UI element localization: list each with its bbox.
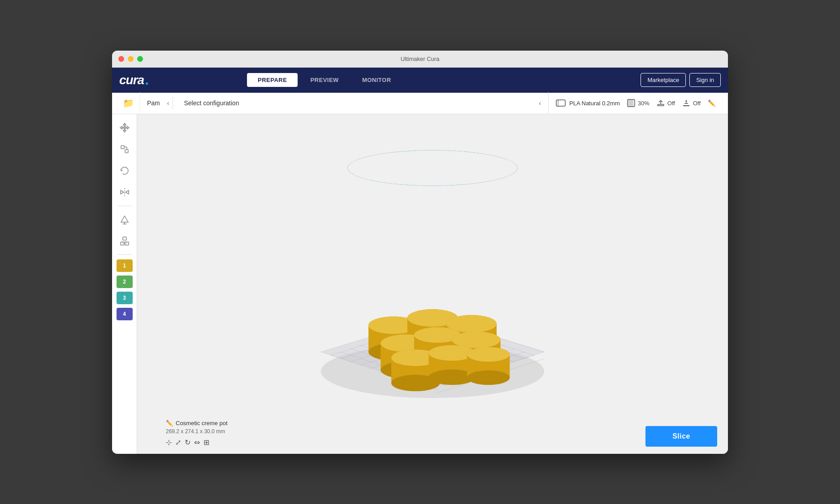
toolbar: 📁 Pam ‹ Select configuration ‹ PLA Natur… — [112, 93, 728, 114]
sidebar-sep-2 — [117, 254, 132, 255]
close-button[interactable] — [118, 56, 124, 62]
pencil-model-icon: ✏️ — [166, 420, 173, 426]
svg-rect-7 — [658, 104, 664, 106]
support-value: Off — [667, 100, 675, 107]
per-model-tool[interactable] — [115, 231, 134, 251]
layer-4-button[interactable]: 4 — [117, 308, 133, 320]
rotate-tool[interactable] — [115, 161, 134, 181]
svg-point-86 — [467, 370, 510, 384]
slice-section: Slice — [645, 426, 717, 447]
svg-rect-24 — [125, 242, 129, 245]
printer-chevron[interactable]: ‹ — [167, 99, 169, 107]
folder-icon: 📁 — [123, 98, 134, 108]
nav-right: Marketplace Sign in — [641, 73, 721, 87]
transform-mirror-icon[interactable]: ⇔ — [194, 438, 200, 447]
transform-permodel-icon[interactable]: ⊞ — [204, 438, 209, 447]
config-chevron[interactable]: ‹ — [539, 99, 541, 107]
config-section: Select configuration ‹ — [177, 99, 548, 107]
pot-9 — [467, 347, 510, 384]
folder-section: 📁 — [117, 92, 140, 114]
svg-rect-15 — [121, 146, 124, 149]
application-window: Ultimaker Cura cura. PREPARE PREVIEW MON… — [112, 51, 728, 454]
material-label: PLA Natural 0.2mm — [569, 100, 620, 107]
model-dimensions: 269.2 x 274.1 x 30.0 mm — [166, 428, 228, 435]
config-label[interactable]: Select configuration — [184, 99, 533, 107]
viewport-scene — [137, 114, 728, 454]
toolbar-right: PLA Natural 0.2mm 30% — [548, 92, 723, 114]
svg-point-87 — [467, 347, 510, 361]
move-tool[interactable] — [115, 118, 134, 138]
infill-setting: 30% — [627, 99, 649, 107]
support-icon — [657, 99, 665, 107]
svg-rect-25 — [123, 237, 126, 240]
svg-rect-16 — [125, 150, 128, 153]
support-setting: Off — [657, 99, 675, 107]
mirror-tool[interactable] — [115, 182, 134, 202]
viewport[interactable]: ✏️ Cosmetic creme pot 269.2 x 274.1 x 30… — [137, 114, 728, 454]
bottom-status: ✏️ Cosmetic creme pot 269.2 x 274.1 x 30… — [166, 420, 228, 447]
tab-monitor[interactable]: MONITOR — [351, 73, 402, 87]
window-controls — [118, 56, 143, 62]
svg-rect-23 — [121, 242, 124, 245]
window-title: Ultimaker Cura — [401, 56, 440, 62]
toolbar-divider-1 — [173, 97, 173, 109]
tab-prepare[interactable]: PREPARE — [247, 73, 298, 87]
svg-rect-2 — [628, 99, 635, 107]
logo: cura. — [119, 72, 148, 88]
transform-scale-icon[interactable]: ⤢ — [175, 438, 181, 447]
material-icon — [556, 99, 566, 107]
settings-edit-icon[interactable]: ✏️ — [708, 99, 715, 107]
slice-button[interactable]: Slice — [645, 426, 717, 447]
adhesion-setting: Off — [682, 99, 701, 107]
main-content: 1 2 3 4 — [112, 114, 728, 454]
svg-rect-0 — [556, 100, 565, 106]
maximize-button[interactable] — [137, 56, 143, 62]
title-bar: Ultimaker Cura — [112, 51, 728, 68]
marketplace-button[interactable]: Marketplace — [641, 73, 686, 87]
adhesion-value: Off — [693, 100, 701, 107]
layer-2-button[interactable]: 2 — [117, 276, 133, 288]
printer-name[interactable]: Pam — [140, 99, 167, 107]
nav-bar: cura. PREPARE PREVIEW MONITOR Marketplac… — [112, 68, 728, 93]
signin-button[interactable]: Sign in — [689, 73, 721, 87]
adhesion-icon — [682, 99, 690, 107]
sidebar-sep-1 — [117, 206, 132, 206]
transform-tools: ⊹ ⤢ ↻ ⇔ ⊞ — [166, 438, 228, 447]
layer-1-button[interactable]: 1 — [117, 259, 133, 272]
tab-preview[interactable]: PREVIEW — [299, 73, 349, 87]
scale-tool[interactable] — [115, 139, 134, 159]
left-sidebar: 1 2 3 4 — [112, 114, 137, 454]
material-info: PLA Natural 0.2mm — [556, 99, 620, 107]
minimize-button[interactable] — [128, 56, 134, 62]
transform-move-icon[interactable]: ⊹ — [166, 438, 172, 447]
svg-marker-20 — [121, 216, 128, 222]
model-name-row: ✏️ Cosmetic creme pot — [166, 420, 228, 426]
support-tool[interactable] — [115, 210, 134, 229]
infill-icon — [627, 99, 635, 107]
transform-rotate-icon[interactable]: ↻ — [185, 438, 191, 447]
infill-value: 30% — [638, 100, 649, 107]
model-name-label: Cosmetic creme pot — [176, 420, 228, 426]
nav-tabs: PREPARE PREVIEW MONITOR — [247, 73, 402, 87]
scene-svg — [137, 114, 728, 454]
layer-3-button[interactable]: 3 — [117, 292, 133, 304]
